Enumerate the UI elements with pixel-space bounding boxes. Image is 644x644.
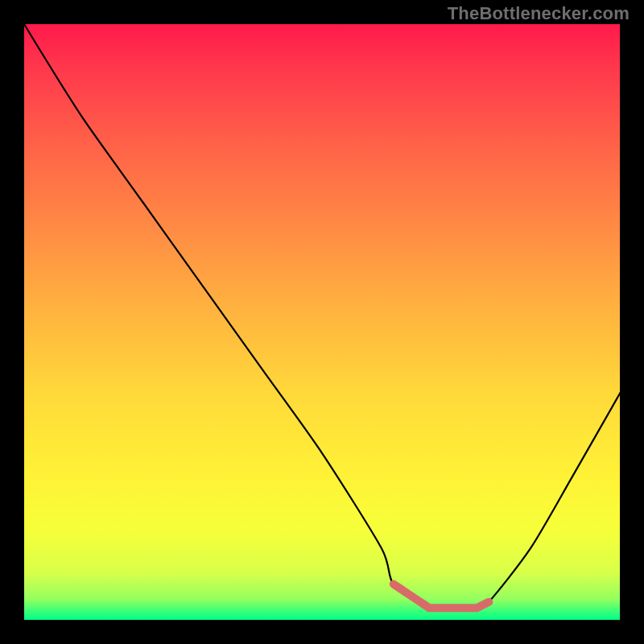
chart-svg <box>24 24 620 620</box>
watermark-text: TheBottlenecker.com <box>448 3 630 24</box>
optimal-range-highlight <box>394 584 489 609</box>
chart-stage: TheBottlenecker.com <box>0 0 644 644</box>
plot-area <box>24 24 620 620</box>
bottleneck-curve <box>24 24 620 609</box>
